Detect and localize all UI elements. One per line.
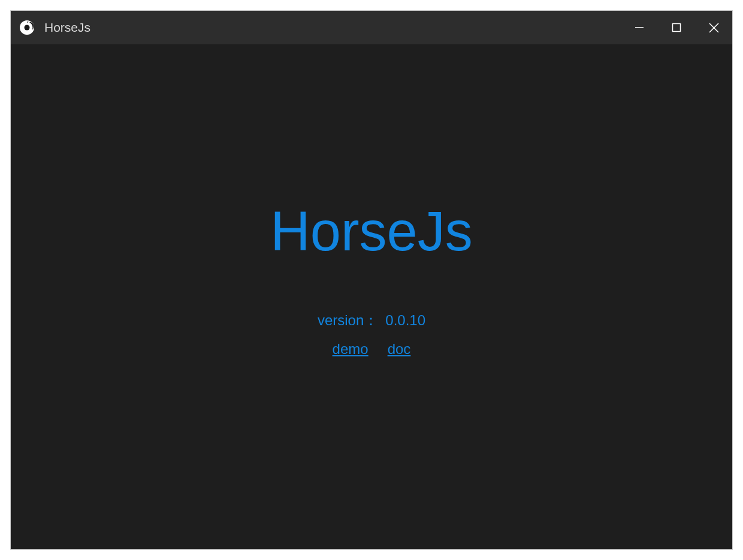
close-button[interactable]: [695, 11, 732, 44]
version-separator: ：: [364, 311, 378, 330]
links-line: demo doc: [333, 341, 411, 358]
app-title: HorseJs: [44, 20, 90, 35]
app-window: HorseJs HorseJs: [11, 11, 732, 549]
client-area: HorseJs version ： 0.0.10 demo doc: [11, 44, 732, 549]
version-value: 0.0.10: [385, 312, 425, 329]
version-line: version ： 0.0.10: [318, 311, 425, 330]
titlebar-left: HorseJs: [19, 20, 90, 35]
app-logo-icon: [19, 20, 35, 35]
titlebar[interactable]: HorseJs: [11, 11, 732, 44]
svg-rect-3: [673, 24, 681, 32]
maximize-icon: [672, 23, 681, 32]
doc-link[interactable]: doc: [388, 341, 411, 358]
hero-title: HorseJs: [270, 200, 472, 263]
demo-link[interactable]: demo: [333, 341, 369, 358]
version-label: version: [318, 312, 364, 329]
maximize-button[interactable]: [658, 11, 695, 44]
close-icon: [709, 23, 719, 33]
minimize-icon: [635, 23, 644, 32]
svg-point-1: [25, 25, 30, 31]
info-block: version ： 0.0.10 demo doc: [318, 311, 425, 358]
minimize-button[interactable]: [621, 11, 658, 44]
window-controls: [621, 11, 732, 44]
